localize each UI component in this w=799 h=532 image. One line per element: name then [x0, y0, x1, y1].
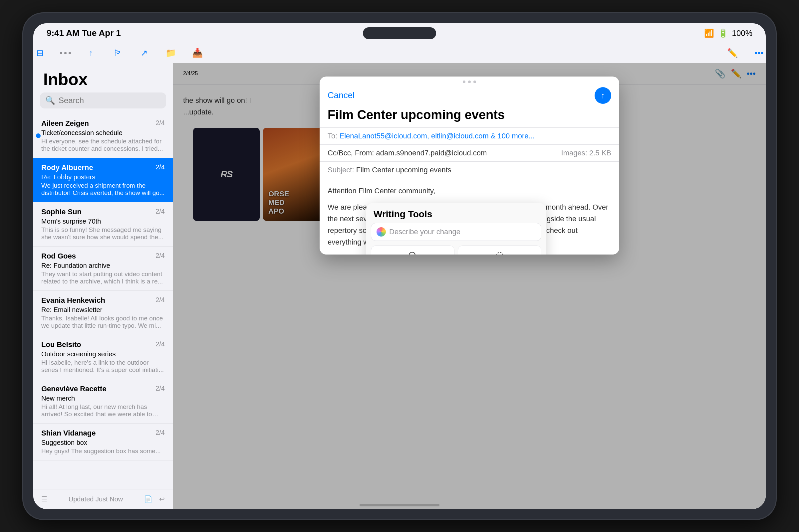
email-preview: This is so funny! She messaged me saying… [41, 226, 165, 241]
cancel-button[interactable]: Cancel [328, 90, 355, 100]
writing-tools-search[interactable]: Describe your change [371, 223, 541, 241]
sender-name: Geneviève Racette [41, 385, 107, 393]
drag-dots [463, 80, 476, 83]
email-item[interactable]: Geneviève Racette 2/4 New merch Hi all! … [33, 379, 173, 423]
search-placeholder: Describe your change [389, 228, 536, 236]
camera-notch [363, 27, 436, 39]
sidebar-footer: ☰ Updated Just Now 📄 ↩ [33, 489, 173, 509]
email-item[interactable]: Rody Albuerne 2/4 Re: Lobby posters We j… [33, 158, 173, 202]
modal-top-bar: Cancel ↑ [320, 85, 619, 108]
drag-handle [320, 77, 619, 85]
images-label: Images: 2.5 KB [561, 149, 611, 157]
status-right: 📶 🔋 100% [704, 28, 752, 38]
reply-footer-icon[interactable]: ↩ [159, 495, 165, 503]
compose-footer-icon[interactable]: 📄 [144, 495, 152, 503]
email-item[interactable]: Shian Vidanage 2/4 Suggestion box Hey gu… [33, 423, 173, 460]
more-icon[interactable]: ••• [752, 46, 766, 60]
email-item[interactable]: Sophie Sun 2/4 Mom's surprise 70th This … [33, 202, 173, 247]
rewrite-icon [495, 251, 504, 255]
email-preview: Hi Isabelle, here's a link to the outdoo… [41, 359, 165, 374]
email-subject: Re: Lobby posters [41, 173, 165, 181]
email-item[interactable]: Rod Goes 2/4 Re: Foundation archive They… [33, 247, 173, 291]
email-preview: Hi everyone, see the schedule attached f… [41, 138, 165, 152]
compose-icon[interactable]: ✏️ [726, 46, 739, 60]
email-subject: Re: Foundation archive [41, 262, 165, 269]
writing-tools-title: Writing Tools [366, 203, 546, 223]
battery-percent: 100% [732, 28, 752, 38]
search-input[interactable] [59, 96, 161, 105]
rewrite-button[interactable]: Rewrite [458, 246, 541, 255]
folder-icon[interactable]: 📁 [164, 46, 178, 60]
sender-name: Rody Albuerne [41, 163, 93, 172]
send-arrow-icon: ↑ [601, 91, 605, 100]
sender-name: Rod Goes [41, 252, 76, 261]
subject-label: Subject: [328, 166, 354, 174]
proofread-icon [408, 251, 417, 255]
sender-name: Evania Henkewich [41, 296, 105, 305]
email-preview: Hi all! At long last, our new merch has … [41, 403, 165, 418]
sender-name: Aileen Zeigen [41, 119, 89, 128]
sidebar-toggle-icon[interactable]: ⊟ [33, 46, 47, 60]
email-item[interactable]: Evania Henkewich 2/4 Re: Email newslette… [33, 291, 173, 335]
email-subject: Ticket/concession schedule [41, 129, 165, 137]
battery-icon: 🔋 [718, 28, 728, 38]
email-date: 2/4 [155, 340, 165, 349]
ipad-frame: 9:41 AM Tue Apr 1 📶 🔋 100% ⊟ ↑ 🏳 ↗ 📁 📥 ✏… [23, 13, 776, 519]
to-field[interactable]: To: ElenaLanot55@icloud.com, eltlin@iclo… [320, 128, 619, 145]
cc-bcc-field[interactable]: Cc/Bcc, From: adam.s9noend7.paid@icloud.… [320, 145, 619, 162]
svg-point-0 [409, 252, 415, 255]
email-preview: We just received a shipment from the dis… [41, 182, 165, 197]
sidebar-header: Inbox Select [33, 63, 173, 93]
email-date: 2/4 [155, 385, 165, 393]
apple-intelligence-icon [376, 227, 386, 236]
proofread-button[interactable]: Proofread [371, 246, 454, 255]
send-button[interactable]: ↑ [595, 87, 611, 104]
wifi-icon: 📶 [704, 28, 714, 38]
sender-name: Sophie Sun [41, 208, 81, 216]
sender-name: Shian Vidanage [41, 429, 95, 438]
email-subject: Re: Email newsletter [41, 306, 165, 314]
email-subject: Suggestion box [41, 439, 165, 446]
share-icon[interactable]: ↗ [137, 46, 151, 60]
ipad-screen: 9:41 AM Tue Apr 1 📶 🔋 100% ⊟ ↑ 🏳 ↗ 📁 📥 ✏… [33, 23, 766, 509]
search-icon: 🔍 [45, 96, 55, 105]
email-subject: New merch [41, 395, 165, 402]
email-date: 2/4 [155, 119, 165, 128]
email-item[interactable]: Aileen Zeigen 2/4 Ticket/concession sche… [33, 114, 173, 158]
unread-indicator [36, 133, 41, 138]
email-subject: Mom's surprise 70th [41, 217, 165, 225]
salutation: Attention Film Center community, [328, 185, 611, 197]
email-item[interactable]: Lou Belsito 2/4 Outdoor screening series… [33, 335, 173, 379]
search-bar[interactable]: 🔍 [40, 93, 166, 109]
email-detail: 2/4/25 📎 ✏️ ••• the show will go on! I..… [173, 63, 766, 509]
subject-field[interactable]: Subject: Film Center upcoming events [320, 162, 619, 178]
back-nav-icon[interactable]: ↑ [84, 46, 97, 60]
flag-icon[interactable]: 🏳 [111, 46, 124, 60]
top-nav-dots [60, 52, 71, 54]
email-subject: Outdoor screening series [41, 350, 165, 358]
writing-tools-main-buttons: Proofread Rewrite [366, 246, 546, 255]
archive-icon[interactable]: 📥 [191, 46, 204, 60]
subject-value: Film Center upcoming events [356, 166, 451, 174]
footer-updated: Updated Just Now [69, 495, 123, 503]
email-date: 2/4 [155, 163, 165, 172]
list-icon: ☰ [41, 495, 47, 503]
email-date: 2/4 [155, 296, 165, 305]
to-addresses[interactable]: ElenaLanot55@icloud.com, eltlin@icloud.c… [339, 132, 534, 140]
email-date: 2/4 [155, 252, 165, 261]
sidebar: Inbox Select 🔍 Aileen Zeigen 2/4 Ticket [33, 63, 173, 509]
svg-point-3 [498, 254, 501, 255]
email-date: 2/4 [155, 208, 165, 216]
compose-title: Film Center upcoming events [320, 108, 619, 128]
status-time: 9:41 AM Tue Apr 1 [47, 28, 121, 38]
to-label: To: [328, 132, 337, 140]
top-nav-strip: ⊟ ↑ 🏳 ↗ 📁 📥 ✏️ ••• [33, 43, 766, 63]
sender-name: Lou Belsito [41, 340, 81, 349]
svg-point-2 [496, 252, 503, 255]
inbox-title: Inbox [43, 70, 88, 89]
email-date: 2/4 [155, 429, 165, 438]
cc-bcc-text: Cc/Bcc, From: adam.s9noend7.paid@icloud.… [328, 149, 487, 157]
email-preview: Hey guys! The suggestion box has some... [41, 448, 165, 455]
compose-modal: Cancel ↑ Film Center upcoming events To:… [320, 77, 619, 255]
email-list: Aileen Zeigen 2/4 Ticket/concession sche… [33, 114, 173, 489]
